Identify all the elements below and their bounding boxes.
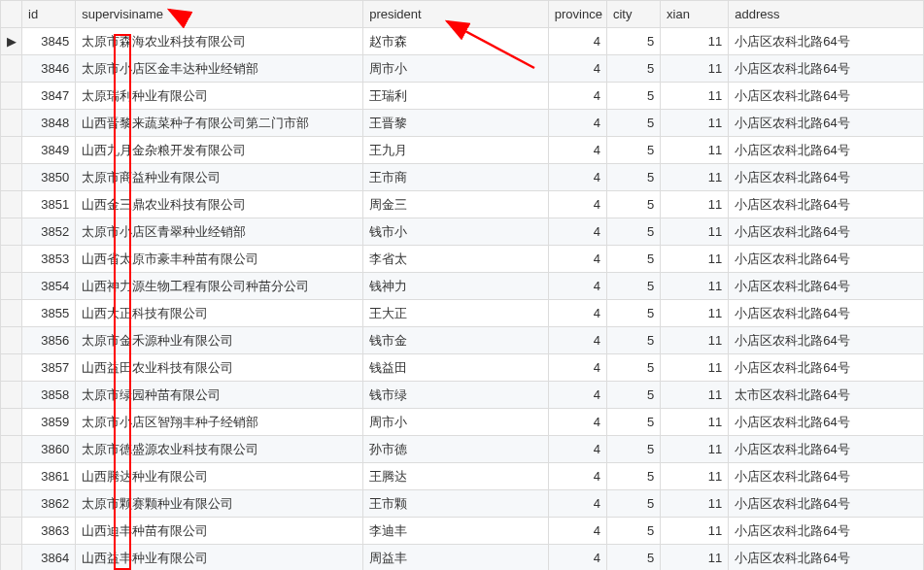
grid-body[interactable]: ▶3845太原市森海农业科技有限公司赵市森4511小店区农科北路64号3846太… xyxy=(1,28,924,571)
table-row[interactable]: 3864山西益丰种业有限公司周益丰4511小店区农科北路64号 xyxy=(1,545,924,571)
cell-address[interactable]: 小店区农科北路64号 xyxy=(729,164,924,191)
table-row[interactable]: 3850太原市商益种业有限公司王市商4511小店区农科北路64号 xyxy=(1,164,924,191)
cell-city[interactable]: 5 xyxy=(606,463,660,490)
row-marker[interactable] xyxy=(1,327,22,354)
row-marker[interactable] xyxy=(1,164,22,191)
cell-xian[interactable]: 11 xyxy=(661,300,729,327)
cell-province[interactable]: 4 xyxy=(548,490,606,518)
data-grid[interactable]: id supervisiname president province city… xyxy=(0,0,924,570)
cell-province[interactable]: 4 xyxy=(548,28,606,55)
cell-name[interactable]: 山西九月金杂粮开发有限公司 xyxy=(76,137,363,164)
header-row[interactable]: id supervisiname president province city… xyxy=(1,1,924,28)
cell-president[interactable]: 王大正 xyxy=(363,300,549,327)
cell-city[interactable]: 5 xyxy=(606,273,660,300)
cell-province[interactable]: 4 xyxy=(548,300,606,327)
col-header-province[interactable]: province xyxy=(548,1,606,28)
table-row[interactable]: 3855山西大正科技有限公司王大正4511小店区农科北路64号 xyxy=(1,300,924,327)
cell-id[interactable]: 3848 xyxy=(22,110,76,137)
cell-president[interactable]: 周金三 xyxy=(363,191,549,218)
row-marker[interactable]: ▶ xyxy=(1,28,22,55)
table-row[interactable]: 3856太原市金禾源种业有限公司钱市金4511小店区农科北路64号 xyxy=(1,327,924,354)
cell-province[interactable]: 4 xyxy=(548,55,606,83)
cell-address[interactable]: 小店区农科北路64号 xyxy=(729,436,924,463)
cell-province[interactable]: 4 xyxy=(548,436,606,463)
cell-president[interactable]: 孙市德 xyxy=(363,436,549,463)
cell-city[interactable]: 5 xyxy=(606,83,660,110)
cell-city[interactable]: 5 xyxy=(606,246,660,273)
cell-name[interactable]: 太原市颗赛颗种业有限公司 xyxy=(76,490,363,518)
cell-province[interactable]: 4 xyxy=(548,354,606,382)
table-row[interactable]: 3846太原市小店区金丰达种业经销部周市小4511小店区农科北路64号 xyxy=(1,55,924,83)
cell-xian[interactable]: 11 xyxy=(661,545,729,571)
cell-id[interactable]: 3849 xyxy=(22,137,76,164)
cell-address[interactable]: 小店区农科北路64号 xyxy=(729,463,924,490)
cell-name[interactable]: 山西迪丰种苗有限公司 xyxy=(76,518,363,545)
cell-id[interactable]: 3859 xyxy=(22,409,76,436)
cell-president[interactable]: 赵市森 xyxy=(363,28,549,55)
cell-province[interactable]: 4 xyxy=(548,191,606,218)
cell-xian[interactable]: 11 xyxy=(661,354,729,382)
table-row[interactable]: 3851山西金三鼎农业科技有限公司周金三4511小店区农科北路64号 xyxy=(1,191,924,218)
cell-city[interactable]: 5 xyxy=(606,137,660,164)
cell-address[interactable]: 小店区农科北路64号 xyxy=(729,409,924,436)
table-row[interactable]: 3858太原市绿园种苗有限公司钱市绿4511太市区农科北路64号 xyxy=(1,382,924,409)
table-row[interactable]: 3861山西腾达种业有限公司王腾达4511小店区农科北路64号 xyxy=(1,463,924,490)
cell-xian[interactable]: 11 xyxy=(661,409,729,436)
table-row[interactable]: 3860太原市德盛源农业科技有限公司孙市德4511小店区农科北路64号 xyxy=(1,436,924,463)
cell-xian[interactable]: 11 xyxy=(661,327,729,354)
table-row[interactable]: 3849山西九月金杂粮开发有限公司王九月4511小店区农科北路64号 xyxy=(1,137,924,164)
cell-province[interactable]: 4 xyxy=(548,327,606,354)
cell-president[interactable]: 王腾达 xyxy=(363,463,549,490)
cell-president[interactable]: 钱市小 xyxy=(363,218,549,246)
row-marker[interactable] xyxy=(1,545,22,571)
cell-province[interactable]: 4 xyxy=(548,518,606,545)
cell-address[interactable]: 小店区农科北路64号 xyxy=(729,545,924,571)
cell-city[interactable]: 5 xyxy=(606,218,660,246)
row-marker[interactable] xyxy=(1,300,22,327)
cell-id[interactable]: 3856 xyxy=(22,327,76,354)
row-marker[interactable] xyxy=(1,55,22,83)
table-row[interactable]: 3857山西益田农业科技有限公司钱益田4511小店区农科北路64号 xyxy=(1,354,924,382)
col-header-xian[interactable]: xian xyxy=(661,1,729,28)
cell-president[interactable]: 钱神力 xyxy=(363,273,549,300)
cell-address[interactable]: 小店区农科北路64号 xyxy=(729,28,924,55)
cell-xian[interactable]: 11 xyxy=(661,191,729,218)
cell-province[interactable]: 4 xyxy=(548,218,606,246)
row-marker[interactable] xyxy=(1,490,22,518)
cell-address[interactable]: 小店区农科北路64号 xyxy=(729,110,924,137)
cell-city[interactable]: 5 xyxy=(606,55,660,83)
cell-address[interactable]: 小店区农科北路64号 xyxy=(729,300,924,327)
row-marker[interactable] xyxy=(1,436,22,463)
cell-xian[interactable]: 11 xyxy=(661,218,729,246)
cell-city[interactable]: 5 xyxy=(606,409,660,436)
cell-name[interactable]: 太原市小店区智翔丰种子经销部 xyxy=(76,409,363,436)
col-header-id[interactable]: id xyxy=(22,1,76,28)
cell-xian[interactable]: 11 xyxy=(661,164,729,191)
table-row[interactable]: 3848山西晋黎来蔬菜种子有限公司第二门市部王晋黎4511小店区农科北路64号 xyxy=(1,110,924,137)
cell-president[interactable]: 王市商 xyxy=(363,164,549,191)
table-row[interactable]: 3859太原市小店区智翔丰种子经销部周市小4511小店区农科北路64号 xyxy=(1,409,924,436)
cell-president[interactable]: 李迪丰 xyxy=(363,518,549,545)
row-marker[interactable] xyxy=(1,246,22,273)
cell-id[interactable]: 3857 xyxy=(22,354,76,382)
cell-id[interactable]: 3864 xyxy=(22,545,76,571)
cell-city[interactable]: 5 xyxy=(606,28,660,55)
cell-name[interactable]: 太原瑞利种业有限公司 xyxy=(76,83,363,110)
cell-xian[interactable]: 11 xyxy=(661,518,729,545)
cell-city[interactable]: 5 xyxy=(606,518,660,545)
cell-province[interactable]: 4 xyxy=(548,83,606,110)
col-header-president[interactable]: president xyxy=(363,1,549,28)
cell-name[interactable]: 山西神力源生物工程有限公司种苗分公司 xyxy=(76,273,363,300)
cell-xian[interactable]: 11 xyxy=(661,382,729,409)
row-marker[interactable] xyxy=(1,409,22,436)
row-marker[interactable] xyxy=(1,191,22,218)
cell-president[interactable]: 钱益田 xyxy=(363,354,549,382)
cell-xian[interactable]: 11 xyxy=(661,273,729,300)
row-marker[interactable] xyxy=(1,463,22,490)
cell-id[interactable]: 3862 xyxy=(22,490,76,518)
cell-president[interactable]: 周市小 xyxy=(363,409,549,436)
cell-province[interactable]: 4 xyxy=(548,409,606,436)
col-header-city[interactable]: city xyxy=(606,1,660,28)
cell-id[interactable]: 3851 xyxy=(22,191,76,218)
cell-president[interactable]: 钱市金 xyxy=(363,327,549,354)
